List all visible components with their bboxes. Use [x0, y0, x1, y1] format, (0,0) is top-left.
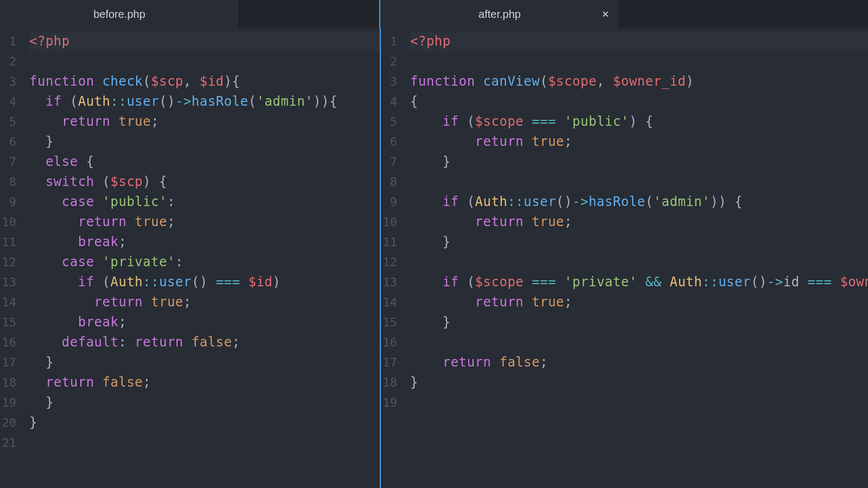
line-number: 17: [0, 352, 16, 373]
line-gutter: 12345678910111213141516171819: [381, 28, 403, 488]
editor-pane-right[interactable]: 12345678910111213141516171819 <?php func…: [381, 28, 868, 488]
editor-pane-left[interactable]: 123456789101112131415161718192021 <?php …: [0, 28, 381, 488]
close-icon[interactable]: [601, 9, 610, 19]
line-number: 1: [0, 31, 16, 52]
line-number: 14: [381, 292, 397, 312]
tab-bar: before.php after.php: [0, 0, 868, 28]
line-number: 2: [0, 52, 16, 72]
line-number: 3: [381, 72, 397, 92]
tab-label: after.php: [478, 8, 521, 21]
code-line: [410, 172, 868, 192]
line-number: 12: [381, 252, 397, 272]
code-area[interactable]: <?php function canView($scope, $owner_id…: [403, 28, 868, 488]
code-line: }: [410, 232, 868, 252]
line-number: 18: [381, 373, 397, 393]
line-gutter: 123456789101112131415161718192021: [0, 28, 22, 488]
split-view: 123456789101112131415161718192021 <?php …: [0, 28, 868, 488]
code-line: return true;: [29, 292, 380, 312]
code-line: }: [29, 352, 380, 373]
code-line: case 'private':: [29, 252, 380, 272]
line-number: 7: [381, 152, 397, 172]
tab-before[interactable]: before.php: [0, 0, 239, 28]
line-number: 19: [381, 393, 397, 413]
line-number: 7: [0, 152, 16, 172]
line-number: 18: [0, 373, 16, 393]
line-number: 9: [0, 192, 16, 212]
code-line: else {: [29, 152, 380, 172]
code-line: <?php: [410, 31, 868, 52]
line-number: 4: [381, 92, 397, 112]
code-line: [410, 332, 868, 352]
code-line: break;: [29, 312, 380, 332]
line-number: 8: [381, 172, 397, 192]
line-number: 4: [0, 92, 16, 112]
line-number: 20: [0, 413, 16, 433]
tab-empty-right: [620, 0, 868, 28]
code-line: [410, 252, 868, 272]
code-line: break;: [29, 232, 380, 252]
code-line: return true;: [410, 212, 868, 232]
code-line: return true;: [29, 112, 380, 132]
code-line: case 'public':: [29, 192, 380, 212]
code-line: }: [410, 373, 868, 393]
line-number: 19: [0, 393, 16, 413]
line-number: 5: [0, 112, 16, 132]
line-number: 15: [0, 312, 16, 332]
line-number: 1: [381, 31, 397, 52]
code-line: function canView($scope, $owner_id): [410, 72, 868, 92]
code-line: if ($scope === 'public') {: [410, 112, 868, 132]
code-line: if (Auth::user()->hasRole('admin')) {: [410, 192, 868, 212]
code-line: return true;: [410, 292, 868, 312]
code-line: }: [29, 132, 380, 152]
code-line: }: [410, 152, 868, 172]
line-number: 9: [381, 192, 397, 212]
code-line: if (Auth::user()->hasRole('admin')){: [29, 92, 380, 112]
tab-empty-left: [239, 0, 380, 28]
line-number: 17: [381, 352, 397, 373]
tab-label: before.php: [93, 8, 145, 21]
code-line: return false;: [410, 352, 868, 373]
line-number: 10: [0, 212, 16, 232]
code-line: <?php: [29, 31, 380, 52]
code-line: }: [410, 312, 868, 332]
line-number: 8: [0, 172, 16, 192]
code-line: return true;: [29, 212, 380, 232]
line-number: 15: [381, 312, 397, 332]
code-line: }: [29, 393, 380, 413]
code-line: default: return false;: [29, 332, 380, 352]
code-line: return false;: [29, 373, 380, 393]
code-line: [29, 52, 380, 72]
line-number: 6: [381, 132, 397, 152]
code-line: [29, 433, 380, 453]
line-number: 16: [381, 332, 397, 352]
code-line: {: [410, 92, 868, 112]
code-line: [410, 52, 868, 72]
code-line: [410, 393, 868, 413]
line-number: 6: [0, 132, 16, 152]
tab-after[interactable]: after.php: [380, 0, 620, 28]
line-number: 13: [0, 272, 16, 292]
line-number: 5: [381, 112, 397, 132]
code-line: return true;: [410, 132, 868, 152]
code-line: if (Auth::user() === $id): [29, 272, 380, 292]
line-number: 2: [381, 52, 397, 72]
line-number: 21: [0, 433, 16, 453]
code-line: switch ($scp) {: [29, 172, 380, 192]
line-number: 10: [381, 212, 397, 232]
code-area[interactable]: <?php function check($scp, $id){ if (Aut…: [22, 28, 380, 488]
line-number: 11: [381, 232, 397, 252]
line-number: 12: [0, 252, 16, 272]
line-number: 16: [0, 332, 16, 352]
code-line: }: [29, 413, 380, 433]
code-line: function check($scp, $id){: [29, 72, 380, 92]
code-line: if ($scope === 'private' && Auth::user()…: [410, 272, 868, 292]
line-number: 3: [0, 72, 16, 92]
line-number: 14: [0, 292, 16, 312]
line-number: 11: [0, 232, 16, 252]
line-number: 13: [381, 272, 397, 292]
